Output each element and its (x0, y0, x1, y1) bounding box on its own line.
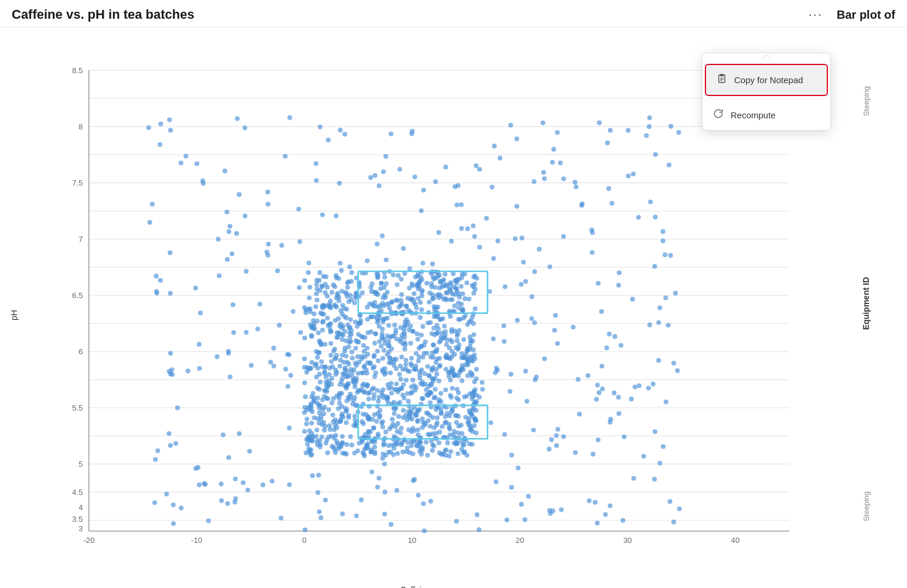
svg-point-802 (433, 387, 438, 392)
svg-point-1202 (338, 322, 343, 326)
svg-text:20: 20 (516, 536, 524, 545)
svg-point-893 (387, 355, 392, 360)
svg-point-1633 (226, 349, 231, 354)
svg-point-982 (309, 421, 314, 425)
svg-point-1406 (586, 373, 591, 378)
svg-point-564 (302, 429, 307, 434)
svg-point-96 (424, 281, 429, 285)
svg-point-838 (343, 406, 348, 411)
svg-point-1297 (271, 346, 276, 350)
svg-point-1479 (626, 128, 630, 133)
steeping-bottom-label: Steeping (862, 491, 871, 521)
svg-point-1035 (451, 285, 456, 289)
svg-point-1142 (320, 364, 325, 369)
svg-point-969 (408, 361, 413, 366)
svg-point-1167 (325, 450, 330, 455)
svg-text:4.5: 4.5 (72, 488, 83, 497)
svg-point-1197 (306, 438, 311, 443)
svg-point-462 (373, 341, 377, 346)
svg-point-1477 (669, 124, 673, 129)
svg-point-1520 (231, 330, 236, 335)
svg-point-1344 (493, 370, 497, 375)
svg-point-948 (434, 404, 439, 408)
svg-point-897 (312, 395, 316, 400)
svg-point-1031 (418, 300, 422, 305)
svg-point-1383 (605, 346, 609, 350)
svg-point-1137 (449, 395, 454, 399)
svg-point-1620 (347, 265, 352, 269)
svg-point-904 (326, 323, 330, 327)
svg-point-1163 (337, 330, 342, 335)
svg-point-1201 (434, 305, 438, 310)
svg-point-1160 (350, 350, 354, 354)
svg-point-1564 (388, 450, 393, 454)
dropdown-menu: Copy for Notepad Recompute (702, 53, 831, 131)
svg-point-751 (403, 340, 407, 345)
svg-point-920 (470, 442, 475, 447)
svg-point-988 (399, 426, 404, 430)
svg-point-1347 (318, 125, 322, 129)
svg-point-1068 (444, 354, 448, 358)
svg-point-1151 (326, 408, 331, 412)
svg-point-38 (302, 357, 306, 361)
svg-point-1404 (164, 491, 169, 496)
svg-point-870 (357, 313, 362, 318)
svg-point-761 (302, 405, 307, 410)
svg-point-1594 (547, 508, 552, 513)
svg-point-1555 (477, 395, 482, 399)
svg-point-518 (388, 381, 393, 385)
svg-point-911 (462, 337, 466, 342)
svg-point-766 (386, 443, 391, 448)
svg-point-1368 (550, 160, 555, 165)
svg-point-1098 (465, 347, 470, 352)
svg-point-1499 (150, 202, 155, 207)
svg-point-1095 (387, 301, 391, 306)
svg-point-1568 (337, 261, 342, 265)
recompute-button[interactable]: Recompute (703, 100, 830, 130)
svg-point-600 (451, 272, 455, 276)
svg-point-1359 (158, 122, 163, 127)
svg-point-935 (391, 446, 396, 450)
svg-point-1261 (444, 298, 449, 302)
svg-point-373 (420, 396, 425, 401)
copy-notepad-button[interactable]: Copy for Notepad (705, 64, 828, 96)
svg-point-811 (444, 282, 449, 287)
svg-point-1622 (279, 515, 284, 520)
svg-point-1610 (561, 434, 566, 439)
svg-point-422 (339, 289, 344, 293)
svg-point-1583 (334, 296, 339, 300)
svg-point-968 (445, 436, 449, 440)
svg-point-1544 (410, 439, 414, 444)
svg-point-1481 (609, 201, 614, 206)
svg-point-1446 (401, 246, 405, 251)
svg-point-1466 (547, 447, 551, 452)
svg-point-603 (334, 275, 339, 280)
svg-point-1153 (325, 316, 330, 320)
svg-point-1463 (552, 328, 557, 333)
svg-point-1003 (406, 399, 411, 404)
svg-point-1319 (381, 169, 386, 174)
svg-point-1174 (386, 339, 391, 344)
svg-point-1576 (606, 186, 611, 191)
svg-point-1116 (366, 415, 370, 419)
svg-point-880 (373, 300, 377, 305)
svg-point-1331 (445, 411, 449, 416)
svg-point-704 (309, 360, 314, 365)
svg-point-1444 (597, 121, 602, 125)
svg-point-206 (428, 401, 432, 405)
svg-point-944 (340, 312, 345, 316)
svg-point-791 (465, 281, 469, 285)
svg-point-1614 (168, 371, 173, 376)
svg-point-1452 (265, 202, 270, 207)
svg-point-1495 (448, 370, 453, 374)
svg-point-1631 (421, 501, 426, 506)
svg-point-1509 (541, 170, 546, 175)
svg-point-1227 (331, 396, 336, 401)
svg-point-390 (428, 355, 433, 360)
svg-point-1431 (297, 285, 302, 290)
svg-point-866 (330, 364, 335, 369)
svg-point-1437 (612, 391, 616, 395)
more-options-button[interactable]: ··· (809, 7, 823, 22)
svg-point-1380 (375, 485, 380, 490)
svg-point-1572 (619, 343, 623, 348)
